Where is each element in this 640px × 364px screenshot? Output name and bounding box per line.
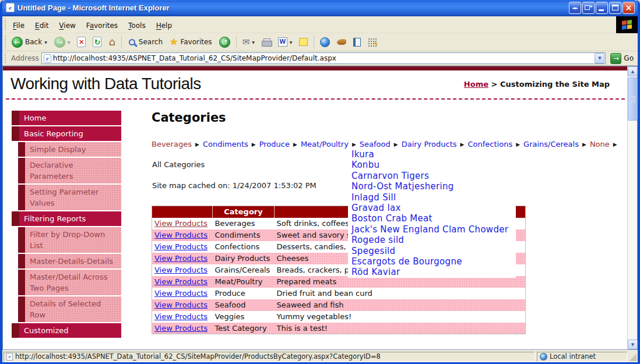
status-message-panel: e http://localhost:4935/ASPNET_Data_Tuto… — [3, 352, 535, 362]
discuss-button[interactable] — [296, 37, 311, 47]
messenger-button[interactable] — [334, 38, 349, 46]
windows-logo-throbber — [616, 16, 638, 33]
view-products-link[interactable]: View Products — [154, 254, 208, 263]
flyout-product-link[interactable]: Röd Kaviar — [348, 267, 516, 277]
print-button[interactable] — [259, 37, 274, 47]
addressbar-grip[interactable] — [3, 53, 7, 63]
scroll-down-button[interactable]: ▼ — [628, 340, 638, 349]
flyout-product-link[interactable]: Escargots de Bourgogne — [348, 256, 516, 267]
category-cell: Dairy Products — [213, 253, 275, 264]
web-components-button[interactable]: ϟ — [365, 37, 379, 48]
view-products-link[interactable]: View Products — [154, 219, 208, 228]
refresh-button[interactable]: ↻ — [90, 36, 104, 48]
category-link-meat-poultry[interactable]: Meat/Poultry — [301, 140, 349, 149]
breadcrumb-home-link[interactable]: Home — [464, 80, 488, 89]
menu-item-help[interactable]: Help — [151, 19, 177, 32]
popout-window-button[interactable]: ▸ — [582, 2, 595, 14]
flyout-product-link[interactable]: Boston Crab Meat — [348, 213, 516, 224]
flyout-product-link[interactable]: Konbu — [348, 160, 516, 170]
menu-item-file[interactable]: File — [8, 19, 30, 32]
menu-item-view[interactable]: View — [54, 19, 80, 32]
messenger-icon — [337, 39, 346, 45]
all-categories-text: All Categories — [152, 160, 205, 169]
sidebar-item-basic-reporting[interactable]: Basic Reporting — [12, 126, 121, 141]
table-row: View ProductsVeggiesYummy vegetables! — [152, 311, 526, 323]
scroll-window-button[interactable]: ◄► — [569, 2, 581, 14]
close-button[interactable]: × — [623, 2, 635, 14]
category-link-none[interactable]: None — [590, 140, 610, 149]
maximize-icon — [612, 5, 618, 10]
view-products-link[interactable]: View Products — [154, 266, 208, 274]
category-link-dairy-products[interactable]: Dairy Products — [402, 140, 457, 149]
go-button[interactable]: → Go — [608, 53, 636, 64]
back-dropdown-icon[interactable]: ▼ — [44, 40, 47, 44]
sidebar-item-home[interactable]: Home — [12, 111, 121, 125]
sidebar-item-master-details-details[interactable]: Master-Details-Details — [18, 254, 121, 268]
toolbar-grip[interactable] — [3, 35, 7, 49]
address-input[interactable] — [53, 54, 593, 63]
sidebar-item-filtering-reports[interactable]: Filtering Reports — [12, 211, 121, 226]
flyout-product-link[interactable]: Jack's New England Clam Chowder — [348, 224, 516, 235]
category-link-produce[interactable]: Produce — [259, 140, 290, 149]
flyout-product-link[interactable]: Spegesild — [348, 246, 516, 256]
category-link-grains-cereals[interactable]: Grains/Cereals — [523, 140, 579, 149]
sidebar-item-setting-parameter-values[interactable]: Setting Parameter Values — [18, 185, 121, 210]
sidebar-item-simple-display[interactable]: Simple Display — [18, 142, 121, 157]
description-cell: Seaweed and fish — [275, 299, 526, 311]
menu-item-edit[interactable]: Edit — [30, 19, 54, 32]
mail-button[interactable]: ✉ ▼ — [240, 36, 258, 48]
sidebar-item-filter-by-drop-down-list[interactable]: Filter by Drop-Down List — [18, 227, 121, 253]
sidebar-item-label: Customized — [19, 323, 121, 338]
sidebar-item-details-of-selected-row[interactable]: Details of Selected Row — [18, 296, 121, 322]
msn-button[interactable] — [317, 36, 333, 48]
view-products-link[interactable]: View Products — [154, 289, 208, 298]
flyout-product-link[interactable]: Nord-Ost Matjeshering — [348, 181, 516, 192]
scroll-up-button[interactable]: ▲ — [628, 66, 638, 76]
sidebar-item-customized[interactable]: Customized — [12, 323, 121, 338]
resize-grip[interactable] — [629, 354, 637, 361]
vertical-scrollbar[interactable]: ▲ ▼ — [627, 66, 637, 349]
flyout-product-link[interactable]: Carnarvon Tigers — [348, 171, 516, 181]
back-icon: ← — [12, 37, 23, 48]
category-cell: Condiments — [213, 229, 275, 241]
scrollbar-thumb[interactable] — [628, 77, 638, 121]
search-button[interactable]: Search — [125, 37, 166, 48]
back-button[interactable]: ← Back ▼ — [9, 36, 50, 49]
view-products-link[interactable]: View Products — [154, 312, 208, 321]
minimize-button[interactable] — [596, 2, 608, 14]
flyout-product-link[interactable]: Inlagd Sill — [348, 192, 516, 203]
left-right-arrows-icon: ◄► — [572, 6, 578, 10]
favorites-button[interactable]: ★ Favorites — [167, 36, 215, 48]
menubar-grip[interactable] — [3, 18, 7, 31]
flyout-product-link[interactable]: Ikura — [348, 149, 516, 160]
flyout-product-link[interactable]: Gravad lax — [348, 203, 516, 213]
research-button[interactable] — [350, 37, 364, 48]
view-products-link[interactable]: View Products — [154, 242, 208, 251]
edit-with-word-button[interactable]: W ▼ — [275, 36, 296, 48]
sidebar-item-declarative-parameters[interactable]: Declarative Parameters — [18, 158, 121, 183]
search-icon — [129, 39, 135, 45]
history-button[interactable]: ↺ — [216, 36, 233, 49]
view-products-link[interactable]: View Products — [154, 301, 208, 309]
category-cell: Meat/Poultry — [213, 276, 275, 288]
home-button[interactable]: ⌂ — [106, 36, 118, 48]
sidebar-item-stripe — [18, 254, 25, 268]
category-link-condiments[interactable]: Condiments — [203, 140, 248, 149]
category-link-seafood[interactable]: Seafood — [360, 140, 391, 149]
menu-item-tools[interactable]: Tools — [123, 19, 151, 32]
forward-button[interactable]: → ▼ — [51, 36, 73, 49]
flyout-product-link[interactable]: Rogede sild — [348, 235, 516, 245]
sidebar-item-master-detail-across-two-pages[interactable]: Master/Detail Across Two Pages — [18, 270, 121, 295]
stop-button[interactable]: × — [74, 36, 89, 48]
menu-item-favorites[interactable]: Favorites — [81, 19, 123, 32]
category-link-confections[interactable]: Confections — [468, 140, 513, 149]
maximize-button[interactable] — [609, 2, 621, 14]
address-dropdown-button[interactable]: ▼ — [595, 53, 604, 63]
view-products-link[interactable]: View Products — [154, 324, 208, 333]
page-top-rule — [3, 66, 627, 70]
view-products-link[interactable]: View Products — [154, 277, 208, 286]
title-bar[interactable]: e Untitled Page - Microsoft Internet Exp… — [2, 0, 638, 16]
category-link-beverages[interactable]: Beverages — [152, 140, 192, 149]
address-field: e ▼ — [41, 52, 606, 64]
view-products-link[interactable]: View Products — [154, 231, 208, 239]
